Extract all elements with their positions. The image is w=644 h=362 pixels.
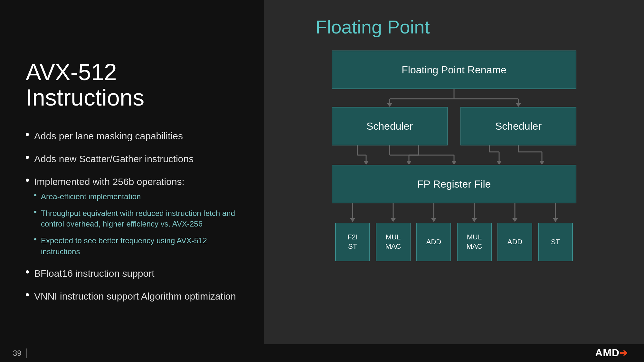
bullet-text: Adds new Scatter/Gather instructions bbox=[34, 153, 194, 165]
scheduler-1-box: Scheduler bbox=[332, 107, 448, 145]
bullet-text: VNNI instruction support Algorithm optim… bbox=[34, 290, 236, 302]
fp-rename-box: Floating Point Rename bbox=[332, 51, 576, 89]
fp-to-exec-area bbox=[332, 203, 576, 223]
exec-unit-label: ST bbox=[551, 237, 560, 247]
bullet-list: Adds per lane masking capabilities Adds … bbox=[26, 130, 242, 302]
scheduler-2-label: Scheduler bbox=[495, 120, 542, 132]
svg-marker-31 bbox=[431, 218, 436, 222]
svg-marker-5 bbox=[516, 103, 521, 107]
exec-unit-mul-mac-1: MULMAC bbox=[376, 223, 411, 261]
svg-marker-21 bbox=[497, 161, 502, 165]
svg-marker-9 bbox=[364, 161, 369, 165]
sub-bullet-dot bbox=[34, 238, 36, 240]
sub-bullet-text: Area-efficient implementation bbox=[41, 191, 141, 202]
bullet-dot bbox=[26, 293, 29, 296]
fp-register-box: FP Register File bbox=[332, 165, 576, 203]
sub-bullet-text: Expected to see better frequency using A… bbox=[41, 235, 242, 257]
exec-unit-label: ADD bbox=[507, 237, 522, 247]
bullet-dot bbox=[26, 133, 29, 136]
sub-bullet-dot bbox=[34, 211, 36, 213]
scheduler-2-box: Scheduler bbox=[460, 107, 576, 145]
left-panel: AVX-512 Instructions Adds per lane maski… bbox=[0, 0, 264, 362]
fp-register-label: FP Register File bbox=[417, 178, 491, 190]
svg-marker-27 bbox=[350, 218, 355, 222]
list-item: Adds per lane masking capabilities bbox=[26, 130, 242, 142]
rename-to-sched-svg bbox=[332, 89, 576, 107]
fp-to-exec-svg bbox=[332, 203, 576, 223]
bullet-text: BFloat16 instruction support bbox=[34, 267, 155, 280]
list-item: Implemented with 256b operations: Area-e… bbox=[26, 175, 242, 257]
bullet-dot bbox=[26, 156, 29, 159]
exec-unit-label: F2IST bbox=[347, 233, 358, 251]
sched-to-fp-svg bbox=[332, 145, 576, 165]
sub-bullet-list: Area-efficient implementation Throughput… bbox=[34, 191, 242, 257]
sched-to-fp-area bbox=[332, 145, 576, 165]
exec-unit-label: ADD bbox=[426, 237, 441, 247]
diagram-title: Floating Point bbox=[316, 16, 430, 38]
bullet-text: Implemented with 256b operations: bbox=[34, 176, 185, 187]
schedulers-row: Scheduler Scheduler bbox=[332, 107, 576, 145]
diagram-wrapper: Floating Point Rename bbox=[290, 51, 618, 261]
svg-marker-25 bbox=[539, 161, 545, 165]
exec-unit-mul-mac-2: MULMAC bbox=[457, 223, 492, 261]
list-item: Throughput equivalent with reduced instr… bbox=[34, 208, 242, 229]
list-item: Area-efficient implementation bbox=[34, 191, 242, 202]
amd-arrow-icon: ➔ bbox=[620, 348, 628, 358]
exec-unit-add-1: ADD bbox=[416, 223, 451, 261]
exec-unit-label: MULMAC bbox=[385, 233, 401, 251]
svg-marker-3 bbox=[387, 103, 392, 107]
svg-marker-17 bbox=[451, 161, 457, 165]
bottom-bar: 39 AMD➔ bbox=[0, 344, 644, 362]
list-item: BFloat16 instruction support bbox=[26, 267, 242, 280]
slide-container: AVX-512 Instructions Adds per lane maski… bbox=[0, 0, 644, 362]
list-item: Expected to see better frequency using A… bbox=[34, 235, 242, 257]
right-panel: Floating Point Floating Point Rename bbox=[264, 0, 644, 362]
exec-unit-st: ST bbox=[538, 223, 573, 261]
bullet-dot bbox=[26, 270, 29, 274]
svg-marker-35 bbox=[512, 218, 517, 222]
svg-marker-29 bbox=[391, 218, 396, 222]
sub-bullet-text: Throughput equivalent with reduced instr… bbox=[41, 208, 242, 229]
exec-units-row: F2IST MULMAC ADD MULMAC ADD ST bbox=[332, 223, 576, 261]
amd-text: AMD bbox=[595, 347, 620, 358]
slide-title: AVX-512 Instructions bbox=[26, 60, 242, 110]
svg-marker-13 bbox=[406, 161, 412, 165]
list-item: Adds new Scatter/Gather instructions bbox=[26, 153, 242, 165]
exec-unit-f2i-st: F2IST bbox=[335, 223, 370, 261]
slide-number: 39 bbox=[13, 349, 22, 358]
bullet-dot bbox=[26, 179, 29, 182]
sub-bullet-dot bbox=[34, 194, 36, 196]
scheduler-1-label: Scheduler bbox=[366, 120, 413, 132]
amd-logo: AMD➔ bbox=[595, 347, 628, 359]
fp-rename-label: Floating Point Rename bbox=[402, 64, 507, 76]
svg-marker-37 bbox=[553, 218, 558, 222]
exec-unit-label: MULMAC bbox=[467, 233, 482, 251]
svg-marker-33 bbox=[472, 218, 477, 222]
exec-unit-add-2: ADD bbox=[497, 223, 532, 261]
bullet-text: Adds per lane masking capabilities bbox=[34, 130, 183, 142]
divider bbox=[26, 348, 27, 358]
list-item: VNNI instruction support Algorithm optim… bbox=[26, 290, 242, 302]
rename-arrow-area bbox=[332, 89, 576, 107]
